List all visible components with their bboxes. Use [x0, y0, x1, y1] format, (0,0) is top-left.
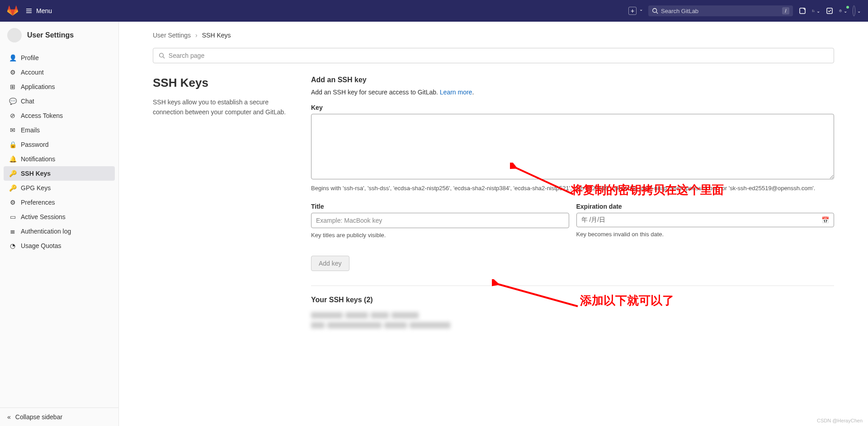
- sidebar-item-label: Chat: [21, 98, 34, 105]
- annotation-text-1: 将复制的密钥拷贝在这个里面: [571, 182, 724, 198]
- title-input[interactable]: [311, 213, 569, 228]
- expiration-input[interactable]: 年 /月/日 📅: [576, 213, 835, 227]
- sidebar-item-emails[interactable]: ✉Emails: [4, 123, 115, 137]
- page-search[interactable]: [153, 48, 834, 63]
- ssh-key-row: [311, 312, 834, 318]
- sidebar-item-preferences[interactable]: ⚙Preferences: [4, 195, 115, 210]
- user-avatar[interactable]: ⌄: [853, 7, 861, 15]
- global-search[interactable]: /: [648, 5, 793, 16]
- sidebar-item-usage-quotas[interactable]: ◔Usage Quotas: [4, 239, 115, 253]
- gitlab-logo-icon[interactable]: [7, 5, 18, 16]
- sidebar-item-profile[interactable]: 👤Profile: [4, 51, 115, 65]
- issues-icon[interactable]: [798, 7, 807, 15]
- section-title: SSH Keys: [153, 76, 293, 90]
- sidebar-items: 👤Profile⚙Account⊞Applications💬Chat⊘Acces…: [0, 49, 118, 407]
- slash-shortcut: /: [782, 7, 789, 14]
- svg-text:?: ?: [840, 10, 841, 12]
- breadcrumb-root[interactable]: User Settings: [153, 32, 191, 39]
- collapse-label: Collapse sidebar: [15, 413, 62, 421]
- breadcrumb-current: SSH Keys: [202, 32, 231, 39]
- title-hint: Key titles are publicly visible.: [311, 231, 569, 240]
- ssh-key-row: [311, 322, 834, 328]
- divider: [311, 286, 834, 286]
- emails-icon: ✉: [9, 126, 16, 134]
- new-dropdown[interactable]: + ⌄: [628, 7, 643, 15]
- sidebar-item-gpg-keys[interactable]: 🔑GPG Keys: [4, 181, 115, 195]
- svg-point-2: [812, 10, 813, 11]
- chat-icon: 💬: [9, 98, 16, 105]
- active-sessions-icon: ▭: [9, 213, 16, 220]
- header-right: + ⌄ / ⌄ ?⌄ ⌄: [628, 5, 861, 16]
- svg-point-3: [812, 11, 813, 12]
- search-icon: [652, 8, 658, 14]
- chevron-right-icon: ›: [195, 32, 198, 39]
- sidebar-item-authentication-log[interactable]: ≣Authentication log: [4, 224, 115, 239]
- search-input[interactable]: [661, 8, 782, 14]
- help-icon[interactable]: ?⌄: [839, 7, 847, 15]
- todos-icon[interactable]: [826, 7, 834, 15]
- sidebar-item-label: GPG Keys: [21, 184, 51, 192]
- calendar-icon: 📅: [821, 216, 829, 224]
- sidebar-item-chat[interactable]: 💬Chat: [4, 94, 115, 108]
- form-heading: Add an SSH key: [311, 76, 834, 84]
- collapse-sidebar-button[interactable]: « Collapse sidebar: [0, 407, 118, 426]
- sidebar-item-label: Account: [21, 69, 44, 76]
- sidebar-item-password[interactable]: 🔒Password: [4, 137, 115, 152]
- svg-point-0: [653, 9, 657, 13]
- chevron-down-icon: ⌄: [639, 7, 643, 15]
- sidebar-item-label: Password: [21, 141, 48, 148]
- sidebar-title: User Settings: [27, 31, 74, 39]
- sidebar-header[interactable]: User Settings: [0, 22, 118, 49]
- sidebar-item-label: Applications: [21, 83, 55, 90]
- sidebar-item-account[interactable]: ⚙Account: [4, 65, 115, 80]
- key-textarea[interactable]: [311, 114, 834, 179]
- plus-icon: +: [628, 7, 637, 15]
- merge-requests-icon[interactable]: ⌄: [812, 7, 820, 15]
- sidebar-item-label: Notifications: [21, 155, 55, 163]
- expiration-hint: Key becomes invalid on this date.: [576, 230, 835, 239]
- sidebar-item-label: Emails: [21, 126, 40, 134]
- sidebar-item-notifications[interactable]: 🔔Notifications: [4, 152, 115, 166]
- sidebar: User Settings 👤Profile⚙Account⊞Applicati…: [0, 22, 119, 426]
- access-tokens-icon: ⊘: [9, 112, 16, 119]
- notifications-icon: 🔔: [9, 155, 16, 163]
- section-desc: SSH keys allow you to establish a secure…: [153, 97, 293, 117]
- sidebar-item-active-sessions[interactable]: ▭Active Sessions: [4, 210, 115, 224]
- annotation-text-2: 添加以下就可以了: [580, 293, 674, 309]
- breadcrumb: User Settings › SSH Keys: [153, 32, 834, 39]
- keys-list-heading: Your SSH keys (2): [311, 296, 834, 304]
- collapse-icon: «: [7, 413, 11, 421]
- gpg-keys-icon: 🔑: [9, 184, 16, 192]
- menu-button[interactable]: Menu: [25, 7, 52, 14]
- page-search-input[interactable]: [169, 52, 828, 59]
- ssh-keys-icon: 🔑: [9, 170, 16, 177]
- menu-label: Menu: [36, 7, 52, 14]
- add-key-button[interactable]: Add key: [311, 256, 349, 271]
- user-avatar-icon: [7, 28, 22, 42]
- sidebar-item-label: Usage Quotas: [21, 242, 61, 249]
- sidebar-item-label: Profile: [21, 54, 39, 61]
- preferences-icon: ⚙: [9, 199, 16, 206]
- learn-more-link[interactable]: Learn more: [440, 89, 472, 96]
- hamburger-icon: [25, 7, 33, 14]
- profile-icon: 👤: [9, 54, 16, 61]
- title-label: Title: [311, 203, 569, 210]
- section-intro: SSH Keys SSH keys allow you to establish…: [153, 76, 293, 332]
- header-left: Menu: [7, 5, 52, 16]
- search-icon: [159, 52, 165, 59]
- password-icon: 🔒: [9, 141, 16, 148]
- sidebar-item-label: Access Tokens: [21, 112, 63, 119]
- sidebar-item-ssh-keys[interactable]: 🔑SSH Keys: [4, 166, 115, 181]
- sidebar-item-label: Preferences: [21, 199, 55, 206]
- form-subtext: Add an SSH key for secure access to GitL…: [311, 89, 834, 96]
- key-label: Key: [311, 104, 834, 111]
- sidebar-item-access-tokens[interactable]: ⊘Access Tokens: [4, 108, 115, 123]
- sidebar-item-label: Authentication log: [21, 228, 71, 235]
- usage-quotas-icon: ◔: [9, 242, 16, 249]
- sidebar-item-applications[interactable]: ⊞Applications: [4, 80, 115, 94]
- ssh-key-form: Add an SSH key Add an SSH key for secure…: [311, 76, 834, 332]
- top-header: Menu + ⌄ / ⌄ ?⌄ ⌄: [0, 0, 868, 22]
- svg-point-8: [160, 53, 164, 57]
- sidebar-item-label: Active Sessions: [21, 213, 66, 220]
- authentication-log-icon: ≣: [9, 228, 16, 235]
